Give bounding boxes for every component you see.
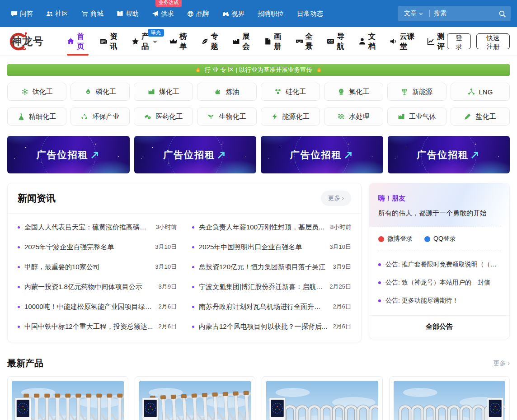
news-item[interactable]: 内蒙古12个风电项目何以获批？一探背后...2月6日 bbox=[192, 317, 351, 336]
nav-item-reviews[interactable]: 测评 bbox=[427, 27, 447, 56]
category-lng[interactable]: LNG bbox=[451, 83, 510, 101]
products-more-link[interactable]: 更多 › bbox=[493, 359, 510, 368]
news-item[interactable]: 总投资120亿元！恒力集团新项目落子吴江3月9日 bbox=[192, 257, 351, 277]
search-icon[interactable] bbox=[498, 10, 506, 18]
nav-item-panorama[interactable]: 全景 bbox=[296, 27, 315, 56]
news-item-title: 南苏丹政府计划对瓦乌机场进行全面升级改... bbox=[199, 303, 328, 311]
category-salt-chem[interactable]: 盐化工 bbox=[451, 107, 510, 126]
users-icon bbox=[46, 10, 53, 17]
news-item-title: 内蒙古12个风电项目何以获批？一探背后... bbox=[199, 322, 328, 331]
all-announcements-button[interactable]: 全部公告 bbox=[369, 316, 509, 339]
leaf-icon bbox=[201, 37, 209, 45]
category-phosphorus-chem[interactable]: 磷化工 bbox=[70, 83, 130, 101]
topbar-item-help[interactable]: 帮助 bbox=[117, 9, 139, 18]
news-item[interactable]: 宁波文魁集团|博汇股份乔迁新喜：启航新...2月25日 bbox=[192, 277, 351, 297]
category-coal-chem[interactable]: 煤化工 bbox=[134, 83, 193, 101]
flame-icon bbox=[195, 67, 201, 73]
ad-banner[interactable]: 广告位招租 bbox=[388, 136, 510, 173]
category-titanium-chem[interactable]: 钛化工 bbox=[7, 83, 66, 101]
qq-icon bbox=[424, 236, 430, 242]
category-fluorine-chem[interactable]: 氟化工 bbox=[324, 83, 383, 101]
search-input[interactable]: 搜索 bbox=[434, 9, 498, 18]
nav-item-exhibitions[interactable]: 展会 bbox=[232, 27, 252, 56]
category-label: 煤化工 bbox=[159, 88, 179, 96]
topbar-item-supply-demand[interactable]: 供求业务达成 bbox=[152, 9, 174, 18]
ad-banner-text: 广告位招租 bbox=[290, 149, 354, 161]
category-new-energy[interactable]: 新能源 bbox=[387, 83, 446, 101]
nav-item-topics[interactable]: 专题 bbox=[201, 27, 221, 56]
news-item-title: 2025年中国照明出口企业百强名单 bbox=[199, 243, 324, 252]
news-item[interactable]: 中国中铁中标12个重大工程，投资总额达...2月6日 bbox=[18, 317, 177, 336]
product-image bbox=[12, 381, 124, 420]
ad-banner-text: 广告位招租 bbox=[37, 149, 100, 161]
nav-item-home[interactable]: 首 页 bbox=[67, 27, 88, 56]
announcement-item[interactable]: 公告: 致（神龙号）本站用户的一封信 bbox=[378, 274, 500, 292]
nav-item-label: 文档 bbox=[368, 32, 378, 51]
product-image-retractable-gate bbox=[266, 381, 378, 420]
topbar-item-community[interactable]: 社区 bbox=[46, 9, 68, 18]
product-card[interactable] bbox=[135, 376, 256, 420]
announcement-list: 公告: 推广套餐限时免费领取说明（（已结...公告: 致（神龙号）本站用户的一封… bbox=[369, 251, 509, 315]
ad-banner[interactable]: 广告位招租 bbox=[134, 136, 257, 173]
ad-banner[interactable]: 广告位招租 bbox=[261, 136, 383, 173]
topbar-item-brands[interactable]: 品牌 bbox=[187, 9, 209, 18]
news-item[interactable]: 2025年宁波企业百强完整名单3月10日 bbox=[18, 237, 177, 257]
nav-item-rankings[interactable]: 榜单 bbox=[169, 27, 189, 56]
bolt-icon bbox=[271, 113, 278, 120]
topbar-item-vision[interactable]: 视界 bbox=[222, 9, 244, 18]
topbar-item-label: 帮助 bbox=[126, 9, 139, 18]
news-item-title: 央企负责人年薪100万刚性封顶，基层员... bbox=[199, 223, 325, 232]
category-bio-chem[interactable]: 生物化工 bbox=[197, 107, 256, 126]
nav-item-products[interactable]: 产品曝光 bbox=[132, 27, 158, 56]
qq-login-button[interactable]: QQ登录 bbox=[424, 235, 456, 243]
category-silicon-chem[interactable]: 硅化工 bbox=[261, 83, 320, 101]
news-header: 新闻资讯 更多 › bbox=[8, 183, 361, 213]
topbar-item-qa[interactable]: 问答 bbox=[11, 9, 33, 18]
weibo-icon bbox=[378, 236, 384, 242]
news-more-button[interactable]: 更多 › bbox=[321, 191, 351, 206]
login-button[interactable]: 登录 bbox=[447, 33, 471, 49]
register-button[interactable]: 快速注册 bbox=[476, 33, 510, 49]
product-card[interactable] bbox=[389, 376, 510, 420]
topbar-item-mall[interactable]: 商城 bbox=[81, 9, 103, 18]
category-refining[interactable]: 炼油 bbox=[197, 83, 256, 101]
category-industrial-gas[interactable]: 工业气体 bbox=[387, 107, 446, 126]
news-item[interactable]: 全国人大代表吕天宝：硫黄涨价推高磷肥...3小时前 bbox=[18, 217, 177, 237]
svg-text:CC: CC bbox=[328, 39, 333, 43]
nav-item-docs[interactable]: 文档 bbox=[358, 27, 378, 56]
industry-zone-banner[interactable]: 行 业 专 区 | 以行业为基准开展业务宣传 bbox=[7, 64, 510, 76]
logo[interactable]: 神龙号 bbox=[7, 31, 62, 52]
weibo-login-button[interactable]: 微博登录 bbox=[378, 235, 413, 243]
flame-icon bbox=[316, 67, 322, 73]
arrow-up-icon bbox=[89, 149, 100, 160]
announcement-item[interactable]: 公告: 更多功能尽请期待！ bbox=[378, 292, 500, 310]
nav-item-news[interactable]: 资讯 bbox=[100, 27, 120, 56]
product-card[interactable] bbox=[262, 376, 383, 420]
news-item[interactable]: 内蒙一投资1.8亿元药物中间体项目公示3月9日 bbox=[18, 277, 177, 297]
news-item-date: 2月6日 bbox=[333, 322, 351, 331]
category-pharma-chem[interactable]: 医药化工 bbox=[134, 107, 193, 126]
category-energy-chem[interactable]: 能源化工 bbox=[261, 107, 320, 126]
nav-item-cloud-class[interactable]: 云课堂 bbox=[390, 27, 415, 56]
globe-icon bbox=[187, 10, 194, 17]
product-card[interactable] bbox=[7, 376, 128, 420]
bullet-icon bbox=[378, 281, 381, 284]
category-env-protection[interactable]: 环保产业 bbox=[70, 107, 130, 126]
news-item[interactable]: 2025年中国照明出口企业百强名单3月10日 bbox=[192, 237, 351, 257]
search-category-select[interactable]: 文章 bbox=[402, 9, 425, 18]
category-fine-chem[interactable]: 精细化工 bbox=[7, 107, 66, 126]
news-item[interactable]: 央企负责人年薪100万刚性封顶，基层员...8小时前 bbox=[192, 217, 351, 237]
bullet-icon bbox=[192, 326, 194, 328]
nav-item-navigation[interactable]: CC导航 bbox=[327, 27, 347, 56]
category-water-treatment[interactable]: 水处理 bbox=[324, 107, 383, 126]
announcement-item[interactable]: 公告: 推广套餐限时免费领取说明（（已结... bbox=[378, 256, 500, 274]
sitemap-icon bbox=[468, 88, 475, 95]
news-item[interactable]: 南苏丹政府计划对瓦乌机场进行全面升级改...2月6日 bbox=[192, 297, 351, 317]
news-item[interactable]: 甲醇，最重要的10家公司3月10日 bbox=[18, 257, 177, 277]
topbar-item-daily[interactable]: 日常动态 bbox=[297, 9, 323, 18]
nav-item-albums[interactable]: 画册 bbox=[264, 27, 284, 56]
crown-icon bbox=[169, 37, 177, 45]
topbar-item-jobs[interactable]: 招聘职位 bbox=[258, 9, 284, 18]
news-item[interactable]: 10000吨！中能建松原氢能产业园项目绿氨...2月6日 bbox=[18, 297, 177, 317]
ad-banner[interactable]: 广告位招租 bbox=[7, 136, 130, 173]
